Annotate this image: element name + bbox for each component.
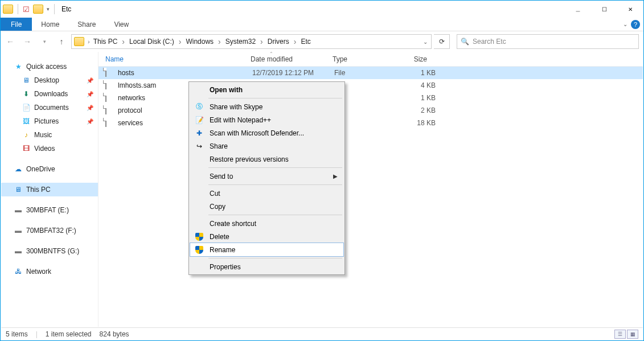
ribbon: File Home Share View ⌄ ? [1,18,643,31]
defender-icon: ✚ [195,129,204,138]
maximize-button[interactable]: ☐ [591,1,617,18]
col-name[interactable]: Name [99,55,244,63]
tree-drive-g[interactable]: ▬300MBNTFS (G:) [1,244,98,258]
music-icon: ♪ [22,130,31,139]
ribbon-collapse-icon[interactable]: ⌄ [623,21,627,27]
tree-desktop[interactable]: 🖥Desktop📌 [1,73,98,87]
context-menu: Open with ⓈShare with Skype 📝Edit with N… [188,81,345,275]
nav-tree: ★Quick access 🖥Desktop📌 ⬇Downloads📌 📄Doc… [1,52,98,327]
file-icon [105,68,114,77]
file-row[interactable]: hosts 12/7/2019 12:12 PM File 1 KB [99,67,643,79]
file-icon [105,118,114,128]
file-type: File [334,69,403,77]
file-row[interactable]: protocol 2 KB [99,104,643,117]
help-icon[interactable]: ? [631,20,640,29]
tree-onedrive[interactable]: ☁OneDrive [1,162,98,176]
breadcrumb[interactable]: › This PC Local Disk (C:) Windows System… [71,34,432,49]
breadcrumb-folder-icon [74,37,84,46]
desktop-icon: 🖥 [22,76,31,85]
menu-scan-defender[interactable]: ✚Scan with Microsoft Defender... [190,126,343,139]
file-icon [105,81,114,90]
titlebar: ☑ ▾ Etc ＿ ☐ ✕ [1,1,643,18]
drive-icon: ▬ [14,226,23,235]
qat-properties-icon[interactable]: ☑ [23,5,30,14]
network-icon: 🖧 [14,267,23,276]
menu-restore[interactable]: Restore previous versions [190,153,343,166]
tree-documents[interactable]: 📄Documents📌 [1,101,98,114]
download-icon: ⬇ [22,89,31,98]
status-item-count: 5 items [6,330,28,338]
picture-icon: 🖼 [22,117,31,126]
menu-properties[interactable]: Properties [190,260,343,273]
breadcrumb-history-icon[interactable]: ⌄ [420,39,431,45]
navbar: ← → ▾ ↑ › This PC Local Disk (C:) Window… [1,31,643,52]
menu-share-skype[interactable]: ⓈShare with Skype [190,100,343,113]
tree-videos[interactable]: 🎞Videos [1,142,98,155]
pin-icon: 📌 [87,118,93,125]
minimize-button[interactable]: ＿ [565,1,591,18]
file-list: Name ⌃ Date modified Type Size hosts 12/… [98,52,643,327]
file-date: 12/7/2019 12:12 PM [252,69,334,77]
pin-icon: 📌 [87,91,93,97]
shield-icon [195,232,204,241]
up-button[interactable]: ↑ [54,34,69,49]
menu-delete[interactable]: Delete [190,230,343,243]
file-row[interactable]: services 18 KB [99,117,643,129]
menu-open-with[interactable]: Open with [190,83,343,96]
menu-rename[interactable]: Rename [190,243,343,256]
tree-network[interactable]: 🖧Network [1,265,98,278]
menu-cut[interactable]: Cut [190,187,343,200]
recent-dropdown-icon[interactable]: ▾ [37,34,52,49]
file-size: 1 KB [403,69,442,77]
tree-downloads[interactable]: ⬇Downloads📌 [1,87,98,101]
file-tab[interactable]: File [1,18,32,31]
window-icon [3,5,13,14]
tree-this-pc[interactable]: 🖥This PC [1,183,98,196]
tab-view[interactable]: View [105,18,138,31]
drive-icon: ▬ [14,206,23,215]
file-row[interactable]: networks 1 KB [99,92,643,104]
qat-dropdown-icon[interactable]: ▾ [47,6,50,12]
file-icon [105,93,114,102]
forward-button[interactable]: → [20,34,35,49]
search-input[interactable]: 🔍 Search Etc [457,34,639,49]
tree-music[interactable]: ♪Music [1,128,98,142]
tree-pictures[interactable]: 🖼Pictures📌 [1,114,98,128]
column-headers[interactable]: Name ⌃ Date modified Type Size [99,52,643,67]
shield-icon [195,245,204,254]
star-icon: ★ [14,62,23,71]
menu-send-to[interactable]: Send to▶ [190,170,343,183]
col-type[interactable]: Type [326,55,394,63]
monitor-icon: 🖥 [14,185,23,194]
view-large-button[interactable]: ▦ [627,330,638,339]
view-details-button[interactable]: ☰ [614,330,626,339]
tab-share[interactable]: Share [68,18,105,31]
pin-icon: 📌 [87,105,93,111]
menu-share[interactable]: ↪Share [190,139,343,153]
tree-quick-access[interactable]: ★Quick access [1,60,98,73]
menu-copy[interactable]: Copy [190,200,343,213]
notepad-icon: 📝 [195,116,204,125]
chevron-right-icon: ▶ [333,173,338,179]
status-bar: 5 items | 1 item selected 824 bytes ☰ ▦ [1,327,643,340]
pin-icon: 📌 [87,77,93,84]
menu-edit-notepad[interactable]: 📝Edit with Notepad++ [190,113,343,126]
close-button[interactable]: ✕ [617,1,643,18]
tree-drive-f[interactable]: ▬70MBFAT32 (F:) [1,224,98,237]
status-bytes: 824 bytes [100,330,129,338]
status-selected: 1 item selected [46,330,92,338]
drive-icon: ▬ [14,246,23,256]
file-icon [105,106,114,115]
file-row[interactable]: lmhosts.sam File 4 KB [99,79,643,92]
skype-icon: Ⓢ [195,102,204,112]
menu-create-shortcut[interactable]: Create shortcut [190,217,343,230]
back-button[interactable]: ← [3,34,18,49]
col-size[interactable]: Size [394,55,434,63]
refresh-button[interactable]: ⟳ [434,34,450,49]
tree-drive-e[interactable]: ▬30MBFAT (E:) [1,203,98,217]
col-date[interactable]: Date modified [244,55,326,63]
share-icon: ↪ [195,142,204,151]
qat-newfolder-icon[interactable] [33,5,43,14]
sort-indicator-icon: ⌃ [269,51,273,56]
tab-home[interactable]: Home [32,18,68,31]
